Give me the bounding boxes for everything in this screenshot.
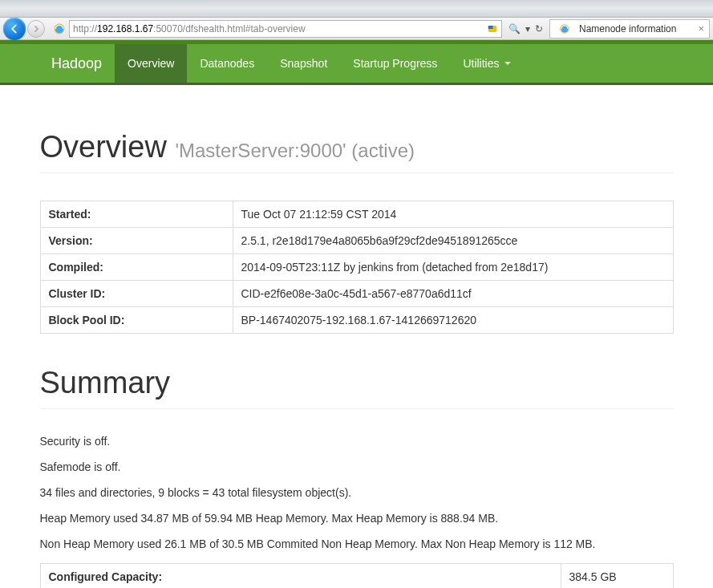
brand[interactable]: Hadoop	[38, 44, 115, 83]
capacity-table: Configured Capacity: 384.5 GB	[40, 563, 674, 588]
nav-item-snapshot[interactable]: Snapshot	[267, 44, 340, 83]
nav-item-startup-progress[interactable]: Startup Progress	[340, 44, 450, 83]
page-title-overview: Overview 'MasterServer:9000' (active)	[40, 130, 674, 173]
tab-title: Namenode information	[579, 23, 676, 34]
row-value: 2014-09-05T23:11Z by jenkins from (detac…	[233, 254, 673, 281]
summary-line: 34 files and directories, 9 blocks = 43 …	[40, 486, 674, 499]
tab-close-icon[interactable]: ×	[698, 22, 704, 34]
table-row: Cluster ID: CID-e2f6e08e-3a0c-45d1-a567-…	[40, 281, 673, 307]
search-icon[interactable]: 🔍	[507, 23, 522, 34]
refresh-icon[interactable]: ↻	[533, 23, 545, 34]
summary-line: Safemode is off.	[40, 460, 674, 473]
table-row: Started: Tue Oct 07 21:12:59 CST 2014	[40, 201, 673, 228]
content-container: Overview 'MasterServer:9000' (active) St…	[24, 130, 690, 588]
overview-heading: Overview	[40, 130, 167, 164]
row-value: Tue Oct 07 21:12:59 CST 2014	[233, 201, 673, 228]
overview-subtitle: 'MasterServer:9000' (active)	[175, 140, 415, 161]
row-value: CID-e2f6e08e-3a0c-45d1-a567-e8770a6d11cf	[233, 281, 673, 307]
summary-lines: Security is off. Safemode is off. 34 fil…	[40, 435, 674, 550]
row-value: 2.5.1, r2e18d179e4a8065b6a9f29cf2de94518…	[233, 228, 673, 254]
nav-item-datanodes[interactable]: Datanodes	[187, 44, 267, 83]
table-row: Version: 2.5.1, r2e18d179e4a8065b6a9f29c…	[40, 228, 673, 254]
svg-rect-3	[488, 25, 493, 28]
address-bar[interactable]: http://192.168.1.67:50070/dfshealth.html…	[69, 20, 502, 38]
back-button[interactable]	[3, 18, 26, 40]
ie-icon	[53, 22, 66, 35]
table-row: Compiled: 2014-09-05T23:11Z by jenkins f…	[40, 254, 673, 281]
row-value: BP-1467402075-192.168.1.67-1412669712620	[233, 307, 673, 334]
overview-table: Started: Tue Oct 07 21:12:59 CST 2014 Ve…	[40, 201, 674, 334]
summary-line: Heap Memory used 34.87 MB of 59.94 MB He…	[40, 512, 674, 525]
browser-tab[interactable]: Namenode information ×	[549, 19, 710, 39]
row-key: Compiled:	[40, 254, 233, 281]
row-key: Block Pool ID:	[40, 307, 233, 334]
url-text: http://192.168.1.67:50070/dfshealth.html…	[73, 23, 306, 34]
nav-item-overview[interactable]: Overview	[115, 44, 187, 83]
summary-line: Non Heap Memory used 26.1 MB of 30.5 MB …	[40, 537, 674, 550]
page-title-summary: Summary	[40, 366, 674, 409]
nav-item-utilities-label: Utilities	[463, 57, 499, 70]
row-key: Configured Capacity:	[40, 564, 561, 589]
os-taskbar-blur	[0, 0, 713, 18]
table-row: Block Pool ID: BP-1467402075-192.168.1.6…	[40, 307, 673, 334]
search-dropdown-icon[interactable]: ▾	[524, 23, 532, 34]
arrow-left-icon	[9, 23, 20, 34]
compat-view-icon[interactable]	[487, 23, 498, 34]
row-key: Version:	[40, 228, 233, 254]
summary-line: Security is off.	[40, 435, 674, 448]
row-key: Cluster ID:	[40, 281, 233, 307]
chevron-down-icon	[504, 62, 511, 65]
browser-nav-icons: 🔍 ▾ ↻	[507, 23, 545, 34]
navbar: Hadoop Overview Datanodes Snapshot Start…	[0, 40, 713, 85]
table-row: Configured Capacity: 384.5 GB	[40, 564, 673, 589]
forward-button[interactable]	[27, 20, 45, 38]
row-key: Started:	[40, 201, 233, 228]
nav-item-utilities[interactable]: Utilities	[450, 44, 523, 83]
arrow-right-icon	[32, 25, 40, 33]
row-value: 384.5 GB	[561, 564, 673, 589]
browser-chrome: http://192.168.1.67:50070/dfshealth.html…	[0, 18, 713, 40]
ie-icon	[558, 22, 571, 35]
